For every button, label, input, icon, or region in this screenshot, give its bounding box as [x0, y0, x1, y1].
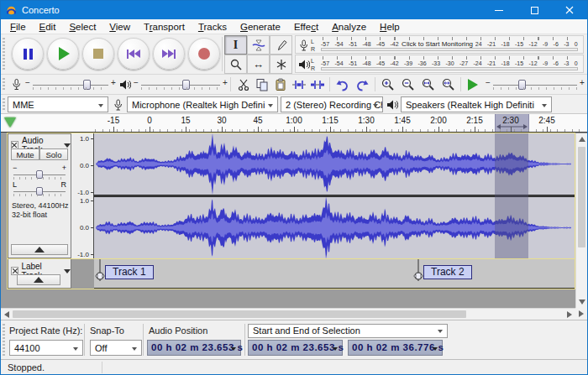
gain-slider[interactable] — [13, 174, 66, 175]
label-flag-icon[interactable] — [413, 259, 423, 284]
play-button[interactable] — [47, 38, 79, 70]
scrollbar-thumb[interactable] — [578, 147, 585, 247]
audio-track-control-panel[interactable]: Audio Track Mute Solo − + L R Stereo, 44… — [8, 133, 71, 258]
meter-scale-value: -12 — [529, 60, 538, 66]
meter-scale-value: -24 — [474, 60, 482, 66]
scroll-left-icon[interactable] — [4, 311, 9, 318]
zoom-in-button[interactable] — [380, 76, 396, 93]
slider-thumb[interactable] — [83, 80, 91, 90]
zoom-tool-button[interactable] — [224, 55, 247, 74]
vertical-scrollbar[interactable] — [575, 133, 587, 308]
track-collapse-button[interactable] — [11, 244, 68, 255]
snap-to-select[interactable]: Off — [90, 340, 142, 356]
menu-edit[interactable]: Edit — [33, 21, 63, 33]
menu-tracks[interactable]: Tracks — [192, 21, 234, 33]
stop-button[interactable] — [82, 38, 114, 70]
timeline-ruler[interactable]: -1501530451:001:151:301:452:002:152:302:… — [1, 114, 587, 133]
zoom-out-button[interactable] — [400, 76, 417, 93]
cut-button[interactable] — [235, 76, 252, 93]
copy-button[interactable] — [254, 76, 270, 93]
waveform-selection[interactable] — [495, 133, 528, 258]
selection-start-field[interactable]: 00 h 02 m 23.653 s — [248, 340, 343, 356]
close-button[interactable] — [552, 1, 587, 19]
menu-analyze[interactable]: Analyze — [325, 21, 373, 33]
track-label[interactable]: Track 2 — [423, 265, 472, 279]
meter-monitoring-hint[interactable]: Click to Start Monitoring — [399, 40, 475, 48]
waveform-display[interactable] — [94, 133, 575, 258]
selection-end-field[interactable]: 00 h 02 m 36.776 s — [348, 340, 443, 356]
selection-range-mode-select[interactable]: Start and End of Selection — [248, 324, 448, 338]
label-track-content[interactable]: Track 1Track 2 — [94, 258, 575, 289]
redo-button[interactable] — [354, 76, 370, 93]
track-menu-chevron-icon[interactable] — [64, 143, 71, 148]
menu-file[interactable]: File — [3, 21, 33, 33]
menu-transport[interactable]: Transport — [137, 21, 192, 33]
selection-tool-button[interactable]: I — [224, 35, 247, 55]
mute-button[interactable]: Mute — [11, 148, 39, 160]
meter-scale-value: -51 — [349, 41, 357, 47]
scroll-up-icon[interactable] — [579, 137, 585, 142]
slider-thumb[interactable] — [182, 80, 190, 90]
menu-help[interactable]: Help — [373, 21, 407, 33]
skip-to-end-button[interactable] — [153, 38, 185, 70]
pause-button[interactable] — [12, 38, 44, 70]
speaker-icon — [386, 100, 398, 110]
playback-speed-slider[interactable] — [493, 85, 577, 86]
minimize-button[interactable] — [481, 1, 517, 19]
menu-select[interactable]: Select — [62, 21, 102, 33]
time-shift-tool-button[interactable]: ↔ — [247, 55, 270, 74]
recording-volume-slider[interactable] — [33, 85, 108, 86]
tools-toolbar: I ↔ — [224, 35, 292, 74]
slider-thumb[interactable] — [36, 170, 43, 179]
slider-thumb[interactable] — [518, 80, 526, 90]
audio-position-field[interactable]: 00 h 02 m 23.653 s — [147, 340, 241, 356]
record-meter-bar — [321, 48, 578, 51]
toolbar-grip[interactable] — [3, 98, 5, 110]
playback-meter-bar — [321, 67, 578, 70]
project-rate-select[interactable]: 44100 — [9, 340, 83, 356]
play-pin-icon[interactable] — [4, 117, 16, 128]
recording-meter[interactable]: LR -57-54-51-48-45-42-39-36-33-30-27-24-… — [295, 35, 584, 54]
slider-thumb[interactable] — [36, 187, 43, 195]
toolbar-grip[interactable] — [3, 38, 5, 70]
skip-to-start-button[interactable] — [118, 38, 150, 70]
toolbar-grip[interactable] — [3, 324, 5, 356]
scroll-right-icon[interactable] — [579, 310, 584, 317]
undo-button[interactable] — [333, 76, 350, 93]
title-bar[interactable]: Concerto — [1, 1, 587, 19]
playback-device-select[interactable]: Speakers (Realtek High Definiti — [401, 96, 552, 112]
silence-audio-button[interactable] — [309, 76, 326, 93]
recording-channels-select[interactable]: 2 (Stereo) Recording Channels — [281, 96, 383, 112]
label-flag-icon[interactable] — [95, 259, 105, 284]
toolbar-grip[interactable] — [3, 78, 5, 91]
playback-volume-slider[interactable] — [141, 85, 220, 86]
play-at-speed-button[interactable] — [465, 76, 481, 93]
track-label[interactable]: Track 1 — [105, 265, 154, 279]
envelope-tool-button[interactable] — [247, 35, 270, 55]
paste-button[interactable] — [272, 76, 289, 93]
menu-view[interactable]: View — [102, 21, 137, 33]
draw-tool-button[interactable] — [270, 35, 292, 55]
track-menu-chevron-icon[interactable] — [64, 269, 71, 273]
pan-slider[interactable] — [13, 191, 66, 192]
record-button[interactable] — [188, 38, 220, 70]
audio-position-label: Audio Position — [149, 326, 207, 336]
menu-effect[interactable]: Effect — [287, 21, 325, 33]
scroll-right-icon[interactable] — [567, 311, 572, 318]
menu-generate[interactable]: Generate — [234, 21, 287, 33]
horizontal-scrollbar[interactable] — [1, 308, 575, 320]
maximize-button[interactable] — [517, 1, 552, 19]
zoom-fit-button[interactable] — [440, 76, 457, 93]
solo-button[interactable]: Solo — [39, 148, 68, 160]
label-track-control-panel[interactable]: Label Track — [8, 258, 71, 289]
audio-host-select[interactable]: MME — [8, 96, 108, 112]
zoom-selection-button[interactable] — [420, 76, 437, 93]
scrollbar-thumb[interactable] — [13, 310, 466, 318]
multi-tool-button[interactable] — [270, 55, 292, 74]
track-collapse-button[interactable] — [17, 274, 60, 285]
trim-audio-button[interactable] — [291, 76, 307, 93]
recording-device-select[interactable]: Microphone (Realtek High Defini — [127, 96, 278, 112]
playback-meter[interactable]: LR -57-54-51-48-45-42-39-36-33-30-27-24-… — [295, 55, 584, 73]
chevron-down-icon — [433, 347, 438, 351]
scroll-down-icon[interactable] — [579, 299, 585, 305]
